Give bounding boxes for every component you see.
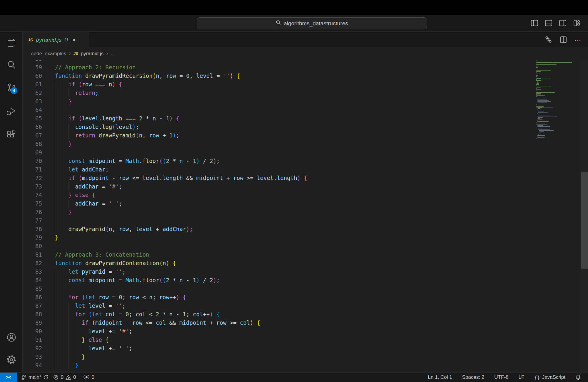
- line-number[interactable]: 88: [23, 310, 42, 319]
- code-line[interactable]: 81// Approach 3: Concatenation: [23, 250, 534, 259]
- editor-code-area[interactable]: 5859// Approach 2: Recursion60function d…: [23, 60, 534, 372]
- code-line[interactable]: 68}: [23, 140, 534, 148]
- code-line[interactable]: 78drawPyramid(n, row, level + addChar);: [23, 225, 534, 233]
- tab-close-icon[interactable]: ×: [72, 37, 76, 43]
- line-number[interactable]: 77: [23, 216, 42, 225]
- code-line[interactable]: 77: [23, 216, 534, 225]
- line-number[interactable]: 64: [23, 106, 42, 114]
- settings-gear-icon[interactable]: [6, 355, 16, 365]
- toggle-primary-sidebar-icon[interactable]: [531, 20, 538, 26]
- search-view-icon[interactable]: [6, 60, 16, 70]
- line-number[interactable]: 90: [23, 327, 42, 336]
- minimap[interactable]: [534, 60, 581, 372]
- line-number[interactable]: 58: [23, 60, 42, 63]
- line-number[interactable]: 86: [23, 293, 42, 302]
- code-line[interactable]: 85: [23, 285, 534, 293]
- line-number[interactable]: 73: [23, 182, 42, 191]
- code-line[interactable]: 74} else {: [23, 191, 534, 199]
- remote-indicator[interactable]: ><: [0, 373, 17, 382]
- line-number[interactable]: 81: [23, 250, 42, 259]
- code-line[interactable]: 64: [23, 106, 534, 114]
- cursor-position[interactable]: Ln 1, Col 1: [428, 374, 452, 380]
- line-number[interactable]: 59: [23, 63, 42, 72]
- line-number[interactable]: 76: [23, 208, 42, 216]
- code-line[interactable]: 76}: [23, 208, 534, 216]
- line-number[interactable]: 69: [23, 148, 42, 157]
- code-line[interactable]: 75addChar = ' ';: [23, 199, 534, 208]
- line-number[interactable]: 68: [23, 140, 42, 148]
- code-line[interactable]: 73addChar = '#';: [23, 182, 534, 191]
- eol-status[interactable]: LF: [519, 374, 524, 380]
- editor-more-actions-icon[interactable]: ⋯: [574, 36, 582, 44]
- code-line[interactable]: 80: [23, 242, 534, 250]
- code-line[interactable]: 89if (midpoint - row <= col && midpoint …: [23, 319, 534, 327]
- line-number[interactable]: 62: [23, 89, 42, 97]
- toggle-secondary-sidebar-icon[interactable]: [559, 20, 566, 26]
- code-line[interactable]: 93}: [23, 353, 534, 361]
- code-line[interactable]: 60function drawPyramidRecursion(n, row =…: [23, 72, 534, 80]
- line-number[interactable]: 87: [23, 302, 42, 310]
- extensions-icon[interactable]: [6, 130, 16, 140]
- notifications-bell[interactable]: [575, 374, 581, 380]
- code-line[interactable]: 92level += ' ';: [23, 344, 534, 353]
- line-number[interactable]: 74: [23, 191, 42, 199]
- explorer-icon[interactable]: [6, 38, 16, 48]
- customize-layout-icon[interactable]: [573, 20, 580, 26]
- line-number[interactable]: 93: [23, 353, 42, 361]
- line-number[interactable]: 63: [23, 97, 42, 106]
- editor-scrollbar[interactable]: [581, 60, 588, 372]
- line-number[interactable]: 72: [23, 174, 42, 182]
- line-number[interactable]: 78: [23, 225, 42, 233]
- line-number[interactable]: 79: [23, 233, 42, 242]
- code-line[interactable]: 94}: [23, 361, 534, 370]
- tab-pyramid-js[interactable]: JS pyramid.js U ×: [23, 32, 89, 47]
- code-line[interactable]: 58: [23, 60, 534, 63]
- code-line[interactable]: 70const midpoint = Math.floor((2 * n - 1…: [23, 157, 534, 165]
- line-number[interactable]: 84: [23, 276, 42, 285]
- code-line[interactable]: 71let addChar;: [23, 165, 534, 174]
- line-number[interactable]: 91: [23, 336, 42, 344]
- command-center-search[interactable]: algorithms_datastructures: [197, 17, 427, 29]
- code-line[interactable]: 87let level = '';: [23, 302, 534, 310]
- git-branch-status[interactable]: main*: [21, 374, 49, 380]
- code-line[interactable]: 82function drawPyramidContenation(n) {: [23, 259, 534, 267]
- line-number[interactable]: 60: [23, 72, 42, 80]
- line-number[interactable]: 85: [23, 285, 42, 293]
- line-number[interactable]: 70: [23, 157, 42, 165]
- code-line[interactable]: 88for (let col = 0; col < 2 * n - 1; col…: [23, 310, 534, 319]
- run-debug-icon[interactable]: [6, 106, 16, 116]
- line-number[interactable]: 89: [23, 319, 42, 327]
- code-line[interactable]: 84const midpoint = Math.floor((2 * n - 1…: [23, 276, 534, 285]
- ports-status[interactable]: 0: [83, 374, 94, 380]
- line-number[interactable]: 61: [23, 80, 42, 89]
- line-number[interactable]: 67: [23, 131, 42, 140]
- scrollbar-thumb[interactable]: [581, 172, 588, 269]
- encoding-status[interactable]: UTF-8: [494, 374, 508, 380]
- code-line[interactable]: 62return;: [23, 89, 534, 97]
- code-line[interactable]: 79}: [23, 233, 534, 242]
- language-status[interactable]: {} JavaScript: [534, 374, 565, 380]
- code-line[interactable]: 65if (level.length === 2 * n - 1) {: [23, 114, 534, 123]
- breadcrumb-folder[interactable]: code_examples: [31, 51, 66, 57]
- line-number[interactable]: 65: [23, 114, 42, 123]
- line-number[interactable]: 92: [23, 344, 42, 353]
- breadcrumb-file[interactable]: pyramid.js: [81, 51, 103, 57]
- open-changes-icon[interactable]: [545, 36, 552, 44]
- code-line[interactable]: 67return drawPyramid(n, row + 1);: [23, 131, 534, 140]
- line-number[interactable]: 83: [23, 267, 42, 276]
- line-number[interactable]: 80: [23, 242, 42, 250]
- line-number[interactable]: 75: [23, 199, 42, 208]
- accounts-icon[interactable]: [6, 332, 16, 342]
- line-number[interactable]: 71: [23, 165, 42, 174]
- code-line[interactable]: 72if (midpoint - row <= level.length && …: [23, 174, 534, 182]
- problems-status[interactable]: 0 0: [53, 374, 76, 380]
- code-line[interactable]: 69: [23, 148, 534, 157]
- line-number[interactable]: 94: [23, 361, 42, 370]
- line-number[interactable]: 66: [23, 123, 42, 131]
- code-line[interactable]: 63}: [23, 97, 534, 106]
- code-line[interactable]: 83let pyramid = '';: [23, 267, 534, 276]
- code-line[interactable]: 66console.log(level);: [23, 123, 534, 131]
- breadcrumb-symbol[interactable]: ...: [111, 51, 115, 57]
- split-editor-icon[interactable]: [560, 36, 567, 44]
- code-line[interactable]: 59// Approach 2: Recursion: [23, 63, 534, 72]
